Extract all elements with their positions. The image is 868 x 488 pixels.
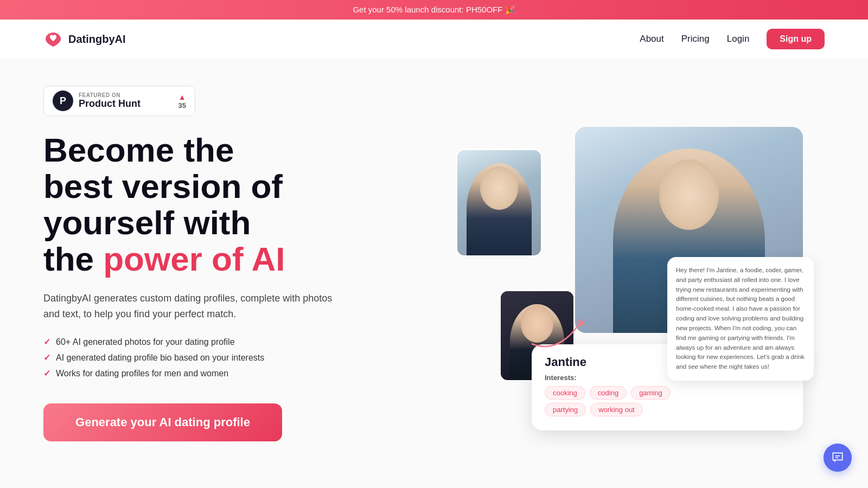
connecting-arrow xyxy=(526,311,591,355)
headline-line4-plain: the xyxy=(43,240,103,278)
promo-banner: Get your 50% launch discount: PH50OFF 🎉 xyxy=(0,0,868,20)
logo-text: DatingbyAI xyxy=(68,33,126,46)
check-icon-2: ✓ xyxy=(43,352,50,363)
nav-login[interactable]: Login xyxy=(727,34,750,44)
main-content: P FEATURED ON Product Hunt ▲ 35 Become t… xyxy=(0,59,868,488)
checklist-text-2: AI generated dating profile bio based on… xyxy=(56,353,264,363)
svg-marker-0 xyxy=(578,319,585,326)
interests-row-2: partying working out xyxy=(545,403,790,416)
headline-line2: best version of xyxy=(43,168,283,205)
logo[interactable]: DatingbyAI xyxy=(43,29,126,49)
checklist-item-3: ✓ Works for dating profiles for men and … xyxy=(43,368,347,378)
signup-button[interactable]: Sign up xyxy=(767,29,825,49)
product-hunt-badge[interactable]: P FEATURED ON Product Hunt ▲ 35 xyxy=(43,86,195,116)
profile-card: Jantine 📍 12 km away Interests: cooking … xyxy=(456,127,803,431)
ph-vote-count: 35 xyxy=(178,101,186,110)
headline-line1: Become the xyxy=(43,131,234,169)
logo-icon xyxy=(43,29,63,49)
nav-pricing[interactable]: Pricing xyxy=(681,34,710,44)
interests-row-1: cooking coding gaming xyxy=(545,386,790,400)
headline-highlight: power of AI xyxy=(103,240,285,278)
hero-subtitle: DatingbyAI generates custom dating profi… xyxy=(43,291,347,322)
navbar: DatingbyAI About Pricing Login Sign up xyxy=(0,20,868,59)
checklist-text-3: Works for dating profiles for men and wo… xyxy=(56,369,228,378)
checklist-text-1: 60+ AI generated photos for your dating … xyxy=(56,337,235,347)
hero-headline: Become the best version of yourself with… xyxy=(43,132,347,278)
product-hunt-logo: P xyxy=(53,91,73,111)
interest-coding: coding xyxy=(590,386,627,400)
bio-text: Hey there! I'm Jantine, a foodie, coder,… xyxy=(676,267,805,370)
profile-name: Jantine xyxy=(545,355,586,369)
product-hunt-text: FEATURED ON Product Hunt xyxy=(79,92,141,110)
interest-working-out: working out xyxy=(590,403,642,416)
hero-right: Jantine 📍 12 km away Interests: cooking … xyxy=(391,59,868,488)
banner-text: Get your 50% launch discount: PH50OFF 🎉 xyxy=(353,5,515,15)
interest-gaming: gaming xyxy=(631,386,671,400)
chat-widget[interactable] xyxy=(824,444,852,472)
ph-arrow-icon: ▲ xyxy=(178,93,186,101)
interest-cooking: cooking xyxy=(545,386,585,400)
interest-partying: partying xyxy=(545,403,586,416)
check-icon-1: ✓ xyxy=(43,337,50,347)
nav-links: About Pricing Login Sign up xyxy=(640,29,825,49)
nav-about[interactable]: About xyxy=(640,34,663,44)
chat-icon-svg xyxy=(831,451,845,465)
ph-name: Product Hunt xyxy=(79,98,141,110)
checklist-item-1: ✓ 60+ AI generated photos for your datin… xyxy=(43,337,347,347)
secondary-photo-1 xyxy=(456,149,542,257)
feature-checklist: ✓ 60+ AI generated photos for your datin… xyxy=(43,337,347,384)
check-icon-3: ✓ xyxy=(43,368,50,378)
cta-button[interactable]: Generate your AI dating profile xyxy=(43,403,282,441)
ph-votes: ▲ 35 xyxy=(178,93,186,110)
profile-bio: Hey there! I'm Jantine, a foodie, coder,… xyxy=(667,257,814,381)
ph-featured-label: FEATURED ON xyxy=(79,92,141,98)
headline-line3: yourself with xyxy=(43,204,251,241)
hero-left: P FEATURED ON Product Hunt ▲ 35 Become t… xyxy=(0,59,391,488)
checklist-item-2: ✓ AI generated dating profile bio based … xyxy=(43,352,347,363)
